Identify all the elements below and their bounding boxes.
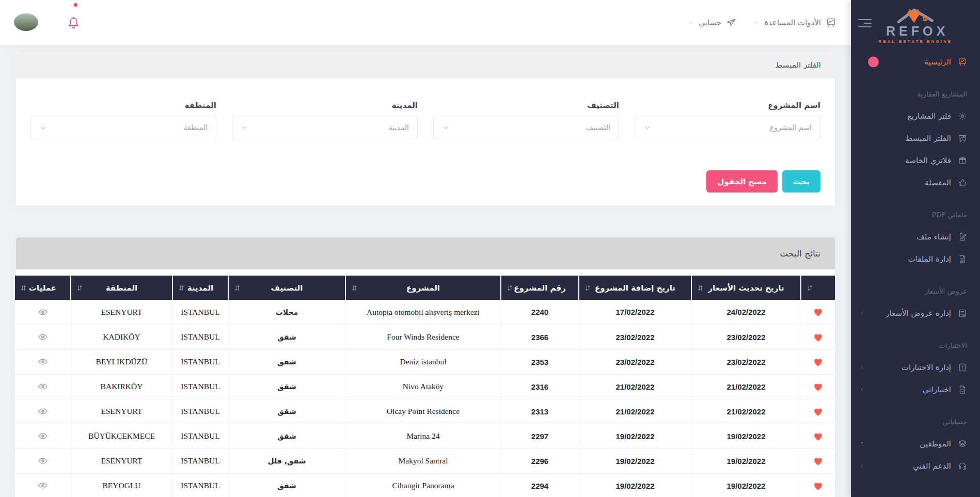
cell-updated: 19/02/2022	[691, 448, 801, 473]
view-project-button[interactable]	[38, 357, 48, 367]
sidebar-item-favorites[interactable]: المفضلة	[851, 171, 980, 194]
notifications-bell-icon[interactable]	[67, 16, 81, 30]
view-project-button[interactable]	[38, 480, 48, 491]
column-header-project[interactable]: المشروع	[345, 276, 501, 300]
simple-filter-panel: الفلتر المبسط اسم المشروعاسم المشروعالتص…	[15, 51, 835, 206]
field-label: المدينة	[232, 101, 418, 110]
gear-icon	[958, 111, 967, 121]
sidebar-item-label: إدارة عروض الأسعار	[886, 309, 951, 318]
sidebar-item-my-filters[interactable]: فلاتري الخاصة	[851, 149, 980, 171]
select-placeholder: اسم المشروع	[770, 123, 812, 132]
account-menu[interactable]: حسابي	[687, 18, 736, 28]
sidebar-item-my-tests[interactable]: اختباراتي	[851, 378, 980, 400]
sort-icon[interactable]	[696, 283, 705, 292]
sidebar-item-home[interactable]: الرئيسية	[851, 51, 980, 73]
sort-icon[interactable]	[75, 283, 84, 292]
sort-icon[interactable]	[177, 283, 186, 292]
category-select[interactable]: التصنيف	[433, 116, 619, 139]
sidebar-toggle-button[interactable]	[858, 19, 872, 27]
favorite-heart-icon[interactable]	[813, 456, 824, 467]
column-header-favorite[interactable]	[801, 276, 835, 300]
cell-number: 2316	[501, 374, 579, 399]
favorite-heart-icon[interactable]	[813, 381, 824, 392]
sidebar-item-label: الفلتر المبسط	[906, 134, 951, 143]
cell-category: شقق	[228, 473, 345, 497]
column-label: المدينة	[187, 283, 213, 293]
sort-icon[interactable]	[233, 283, 242, 292]
cell-number: 2240	[501, 300, 579, 325]
cell-category: شقق	[228, 349, 345, 374]
project-name-select[interactable]: اسم المشروع	[635, 116, 820, 139]
heart-icon	[813, 480, 824, 491]
sidebar-item-label: المفضلة	[925, 178, 951, 187]
favorite-heart-icon[interactable]	[813, 307, 824, 317]
favorite-heart-icon[interactable]	[813, 480, 824, 491]
sort-icon[interactable]	[583, 283, 592, 292]
favorite-heart-icon[interactable]	[813, 357, 824, 367]
clear-fields-button[interactable]: مسح الحقول	[706, 170, 777, 193]
user-avatar[interactable]	[14, 13, 38, 31]
sidebar-item-projects-filter[interactable]: فلتر المشاريع	[851, 105, 980, 127]
cell-category: شقق	[228, 399, 345, 424]
column-header-added[interactable]: تاريخ إضافة المشروع	[579, 276, 691, 300]
tools-menu[interactable]: الأدوات المساعدة	[753, 17, 836, 28]
favorite-heart-icon[interactable]	[813, 332, 824, 343]
sidebar-section-label: ملفاتي PDF	[851, 203, 980, 226]
select-placeholder: التصنيف	[586, 123, 610, 132]
column-label: تاريخ تحديث الأسعار	[708, 283, 784, 293]
column-header-category[interactable]: التصنيف	[228, 276, 345, 300]
sidebar-item-employees[interactable]: الموظفين	[851, 432, 980, 455]
chevron-down-icon	[39, 124, 47, 132]
table-row: 21/02/202221/02/20222316Nivo AtaköyشققIS…	[15, 374, 835, 399]
favorite-heart-icon[interactable]	[813, 406, 824, 417]
sidebar-item-tech-support[interactable]: الدعم الفني	[851, 455, 980, 477]
search-button[interactable]: بحث	[782, 170, 820, 193]
easel-chart-icon	[826, 17, 836, 28]
column-header-ops[interactable]: عمليات	[15, 276, 71, 300]
cell-city: ISTANBUL	[172, 300, 228, 325]
field-label: التصنيف	[433, 101, 619, 110]
sidebar-item-simple-filter[interactable]: الفلتر المبسط	[851, 127, 980, 149]
sort-icon[interactable]	[350, 283, 359, 292]
eye-icon	[38, 381, 48, 392]
view-project-button[interactable]	[38, 456, 48, 466]
view-project-button[interactable]	[38, 332, 48, 342]
cell-added: 23/02/2022	[579, 325, 691, 349]
chevron-down-icon	[687, 19, 694, 26]
view-project-button[interactable]	[38, 431, 48, 441]
logo-tagline: REAL ESTATE ENGINE	[879, 39, 953, 44]
sidebar-item-manage-files[interactable]: إدارة الملفات	[851, 248, 980, 270]
sidebar-item-manage-tests[interactable]: إدارة الاختبارات	[851, 356, 980, 378]
sidebar-section-label: عروض الأسعار	[851, 280, 980, 302]
sort-icon[interactable]	[19, 283, 28, 292]
column-header-city[interactable]: المدينة	[172, 276, 228, 300]
city-select[interactable]: المدينة	[232, 116, 418, 139]
account-menu-label: حسابي	[699, 18, 721, 27]
sidebar-item-manage-quotes[interactable]: إدارة عروض الأسعار	[851, 302, 980, 324]
easel-chart-icon	[826, 17, 836, 28]
view-project-button[interactable]	[38, 381, 48, 392]
filter-panel-title: الفلتر المبسط	[776, 60, 821, 70]
favorite-heart-icon[interactable]	[813, 431, 824, 442]
cell-city: ISTANBUL	[172, 424, 228, 448]
column-header-updated[interactable]: تاريخ تحديث الأسعار	[691, 276, 801, 300]
cell-number: 2294	[501, 473, 579, 497]
chevron-down-icon	[643, 124, 651, 132]
district-select[interactable]: المنطقة	[30, 116, 216, 139]
heart-icon	[813, 406, 824, 417]
cell-project: Nivo Ataköy	[345, 374, 501, 399]
sidebar-section-label: حساباتي	[851, 410, 980, 432]
chevron-down-icon	[442, 124, 450, 132]
sort-icon[interactable]	[505, 283, 514, 292]
column-header-number[interactable]: رقم المشروع	[501, 276, 579, 300]
cell-district: ESENYURT	[71, 300, 172, 325]
cell-city: ISTANBUL	[172, 349, 228, 374]
notification-dot	[74, 3, 77, 7]
paper-plane-icon	[726, 18, 736, 28]
sort-icon[interactable]	[805, 283, 814, 292]
select-placeholder: المنطقة	[183, 123, 208, 132]
sidebar-item-create-file[interactable]: إنشاء ملف	[851, 226, 980, 248]
view-project-button[interactable]	[38, 406, 48, 416]
view-project-button[interactable]	[38, 307, 48, 317]
column-header-district[interactable]: المنطقة	[71, 276, 172, 300]
